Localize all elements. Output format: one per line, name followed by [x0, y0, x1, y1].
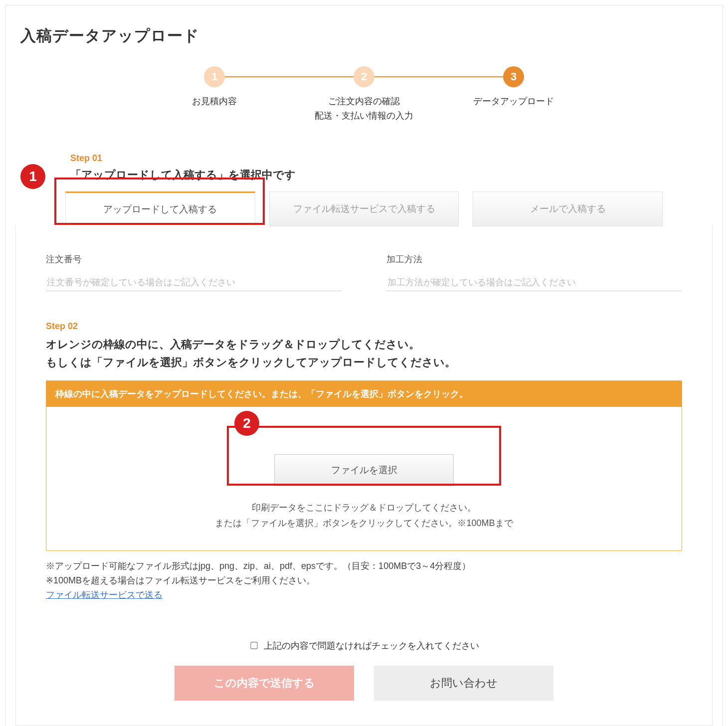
- file-transfer-link[interactable]: ファイル転送サービスで送る: [46, 590, 163, 600]
- step02-desc-line2: もしくは「ファイルを選択」ボタンをクリックしてアップロードしてください。: [46, 356, 456, 368]
- upload-help-line1: 印刷データをここにドラッグ＆ドロップしてください。: [252, 503, 476, 513]
- order-number-group: 注文番号: [46, 253, 342, 291]
- upload-help-line2: または「ファイルを選択」ボタンをクリックしてください。※100MBまで: [215, 518, 513, 528]
- submit-button[interactable]: この内容で送信する: [175, 666, 354, 701]
- tab-upload-label: アップロードして入稿する: [103, 203, 217, 216]
- upload-dropzone[interactable]: 枠線の中に入稿データをアップロードしてください。または、「ファイルを選択」ボタン…: [46, 380, 682, 551]
- confirm-row: 上記の内容で問題なければチェックを入れてください: [46, 640, 682, 652]
- inquiry-button[interactable]: お問い合わせ: [374, 666, 553, 701]
- step-circle-1: 1: [204, 66, 225, 87]
- tab-file-transfer[interactable]: ファイル転送サービスで入稿する: [269, 191, 459, 226]
- step01-title: 「アップロードして入稿する」を選択中です: [70, 168, 713, 182]
- upload-notes: ※アップロード可能なファイル形式はjpg、png、zip、ai、pdf、epsで…: [46, 559, 682, 602]
- progress-step-3: 3 データアップロード: [439, 66, 588, 123]
- process-method-label: 加工方法: [386, 253, 682, 265]
- step02-desc-line1: オレンジの枠線の中に、入稿データをドラッグ＆ドロップしてください。: [46, 338, 420, 351]
- file-select-button[interactable]: ファイルを選択: [274, 454, 454, 486]
- upload-help: 印刷データをここにドラッグ＆ドロップしてください。 または「ファイルを選択」ボタ…: [46, 500, 682, 531]
- note-line2: ※100MBを超える場合はファイル転送サービスをご利用ください。: [46, 573, 682, 588]
- step-label-3: データアップロード: [473, 94, 554, 109]
- upload-method-tabs: アップロードして入稿する ファイル転送サービスで入稿する メールで入稿する: [65, 191, 663, 226]
- confirm-label-wrapper[interactable]: 上記の内容で問題なければチェックを入れてください: [249, 641, 479, 651]
- upload-header: 枠線の中に入稿データをアップロードしてください。または、「ファイルを選択」ボタン…: [46, 381, 682, 407]
- page-title: 入稿データアップロード: [20, 25, 713, 46]
- tab-mail[interactable]: メールで入稿する: [473, 191, 663, 226]
- action-buttons: この内容で送信する お問い合わせ: [46, 666, 682, 701]
- annotation-badge-2: 2: [234, 411, 259, 436]
- tab-mail-label: メールで入稿する: [530, 202, 606, 215]
- process-method-group: 加工方法: [386, 253, 682, 291]
- step01-block: Step 01 「アップロードして入稿する」を選択中です アップロードして入稿す…: [15, 153, 713, 226]
- form-row: 注文番号 加工方法: [46, 253, 682, 291]
- inquiry-button-label: お問い合わせ: [430, 677, 498, 689]
- submit-button-label: この内容で送信する: [214, 677, 315, 689]
- note-line1: ※アップロード可能なファイル形式はjpg、png、zip、ai、pdf、epsで…: [46, 559, 682, 573]
- upload-body: 2 ファイルを選択 印刷データをここにドラッグ＆ドロップしてください。 または「…: [46, 407, 682, 550]
- step02-desc: オレンジの枠線の中に、入稿データをドラッグ＆ドロップしてください。 もしくは「フ…: [46, 336, 682, 372]
- progress-step-1: 1 お見積内容: [140, 66, 289, 123]
- page-container: 入稿データアップロード 1 お見積内容 2 ご注文内容の確認 配送・支払い情報の…: [5, 5, 723, 726]
- step02-label: Step 02: [46, 321, 682, 332]
- step-label-1: お見積内容: [192, 94, 237, 109]
- step-circle-3: 3: [503, 66, 524, 87]
- file-select-button-label: ファイルを選択: [331, 465, 397, 475]
- progress-step-2: 2 ご注文内容の確認 配送・支払い情報の入力: [289, 66, 439, 123]
- step-circle-2: 2: [354, 66, 374, 87]
- form-card: 注文番号 加工方法 Step 02 オレンジの枠線の中に、入稿データをドラッグ＆…: [15, 226, 713, 726]
- order-number-input[interactable]: [46, 274, 342, 291]
- step01-label: Step 01: [70, 153, 713, 164]
- order-number-label: 注文番号: [46, 253, 342, 265]
- process-method-input[interactable]: [386, 274, 682, 291]
- confirm-checkbox[interactable]: [250, 642, 257, 649]
- tab-file-transfer-label: ファイル転送サービスで入稿する: [293, 202, 435, 215]
- progress-steps: 1 お見積内容 2 ご注文内容の確認 配送・支払い情報の入力 3 データアップロ…: [15, 66, 713, 123]
- step02-block: Step 02 オレンジの枠線の中に、入稿データをドラッグ＆ドロップしてください…: [46, 321, 682, 602]
- tab-upload[interactable]: アップロードして入稿する: [65, 191, 255, 226]
- confirm-label: 上記の内容で問題なければチェックを入れてください: [264, 641, 479, 651]
- annotation-badge-1: 1: [20, 164, 45, 189]
- step-label-2: ご注文内容の確認 配送・支払い情報の入力: [315, 94, 413, 123]
